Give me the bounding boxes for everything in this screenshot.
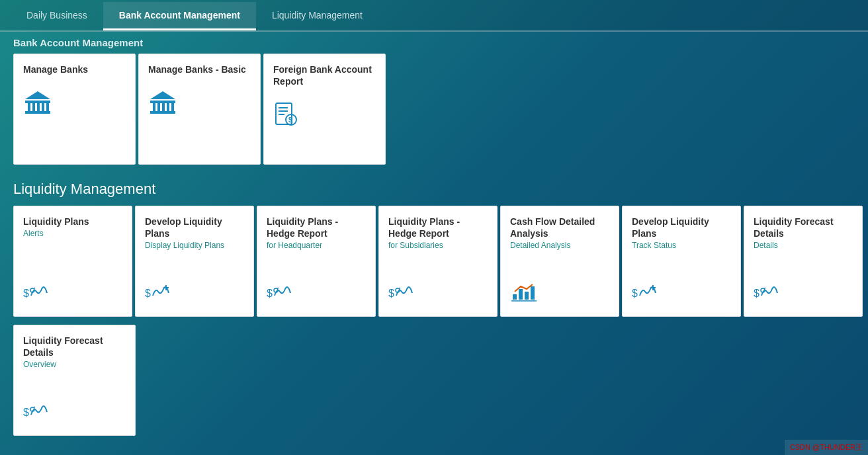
svg-line-24 [34,288,35,289]
svg-text:$: $ [288,116,292,124]
liquidity-cards-row2: Liquidity Forecast Details Overview $ [0,322,868,441]
svg-text:$: $ [388,288,394,299]
card-foreign-bank-account-report[interactable]: Foreign Bank Account Report $ [263,54,386,165]
card-lp-alerts-subtitle: Alerts [23,229,122,239]
card-lf-details-subtitle: Details [754,241,853,251]
report-icon: $ [273,102,376,132]
svg-rect-11 [157,103,160,111]
card-lf-details-title: Liquidity Forecast Details [754,216,853,239]
svg-rect-37 [531,286,535,300]
svg-rect-10 [153,103,155,111]
bank-section-header: Bank Account Management [0,32,868,51]
card-lp-alerts-title: Liquidity Plans [23,216,122,227]
card-lf-details[interactable]: Liquidity Forecast Details Details $ [744,206,863,317]
card-lp-hedge-sub[interactable]: Liquidity Plans - Hedge Report for Subsi… [378,206,498,317]
develop-lp-icon: $ [145,282,244,306]
svg-rect-4 [37,103,40,111]
bank-icon [23,90,126,118]
svg-line-47 [34,407,35,408]
liquidity-cards-row: Liquidity Plans Alerts $ Develop Liquidi… [0,203,868,322]
tab-liquidity-management[interactable]: Liquidity Management [256,2,378,30]
card-manage-banks[interactable]: Manage Banks [13,54,136,165]
card-manage-banks-basic[interactable]: Manage Banks - Basic [138,54,261,165]
svg-rect-0 [25,101,50,103]
card-lp-hedge-sub-subtitle: for Subsidiaries [388,241,488,251]
svg-rect-1 [25,111,50,114]
svg-rect-3 [32,103,35,111]
card-cash-flow-subtitle: Detailed Analysis [510,241,609,251]
card-lp-hedge-hq-title: Liquidity Plans - Hedge Report [267,216,366,239]
cash-flow-icon [510,282,609,306]
tab-daily-business[interactable]: Daily Business [11,2,103,30]
card-dev-lp-title: Develop Liquidity Plans [145,216,244,239]
lf-overview-icon: $ [23,401,126,425]
card-lp-hedge-hq-subtitle: for Headquarter [267,241,366,251]
card-dev-lp-track[interactable]: Develop Liquidity Plans Track Status $ [622,206,741,317]
svg-rect-13 [167,103,169,111]
svg-marker-7 [25,91,50,99]
svg-rect-6 [46,103,49,111]
svg-line-30 [277,288,279,289]
svg-rect-35 [519,289,523,300]
card-dev-lp-subtitle: Display Liquidity Plans [145,241,244,251]
svg-text:$: $ [267,288,273,299]
bank-basic-icon [148,90,251,118]
card-foreign-bank-title: Foreign Bank Account Report [273,63,376,87]
card-dev-lp-track-title: Develop Liquidity Plans [632,216,731,239]
top-navigation: Daily Business Bank Account Management L… [0,0,868,32]
footer-text: CSDN @THUNDER王 [785,440,868,455]
card-lf-overview-title: Liquidity Forecast Details [23,335,126,358]
card-dev-lp-track-subtitle: Track Status [632,241,731,251]
lp-hedge-sub-icon: $ [388,282,488,306]
svg-rect-5 [42,103,44,111]
svg-rect-34 [513,294,517,300]
svg-text:$: $ [23,407,29,418]
svg-rect-14 [171,103,174,111]
svg-rect-19 [279,114,284,115]
card-lp-hedge-sub-title: Liquidity Plans - Hedge Report [388,216,488,239]
svg-rect-12 [162,103,165,111]
svg-text:$: $ [23,288,29,299]
lp-hedge-hq-icon: $ [267,282,366,306]
svg-line-44 [764,288,765,289]
card-lf-overview-subtitle: Overview [23,360,126,370]
svg-rect-2 [28,103,30,111]
svg-line-33 [399,288,400,289]
card-manage-banks-title: Manage Banks [23,63,126,75]
svg-rect-8 [150,101,175,103]
svg-rect-9 [150,111,175,114]
dev-lp-track-icon: $ [632,282,731,306]
tab-bank-account-management[interactable]: Bank Account Management [103,2,256,30]
svg-text:$: $ [632,288,638,299]
lf-details-icon: $ [754,282,853,306]
svg-rect-17 [279,107,288,108]
card-develop-liquidity-plans[interactable]: Develop Liquidity Plans Display Liquidit… [135,206,254,317]
card-liquidity-plans-alerts[interactable]: Liquidity Plans Alerts $ [13,206,132,317]
bank-cards-row: Manage Banks Manage Banks - Basic [0,51,868,170]
svg-text:$: $ [145,288,151,299]
card-lf-details-overview[interactable]: Liquidity Forecast Details Overview $ [13,325,136,436]
card-cash-flow-title: Cash Flow Detailed Analysis [510,216,609,239]
liquidity-section-header: Liquidity Management [0,170,868,203]
card-cash-flow-analysis[interactable]: Cash Flow Detailed Analysis Detailed Ana… [500,206,619,317]
svg-marker-15 [150,91,175,99]
svg-rect-18 [279,110,288,112]
svg-text:$: $ [754,288,760,299]
svg-rect-36 [525,292,529,300]
liquidity-alerts-icon: $ [23,282,122,306]
card-lp-hedge-hq[interactable]: Liquidity Plans - Hedge Report for Headq… [257,206,376,317]
card-manage-banks-basic-title: Manage Banks - Basic [148,63,251,75]
